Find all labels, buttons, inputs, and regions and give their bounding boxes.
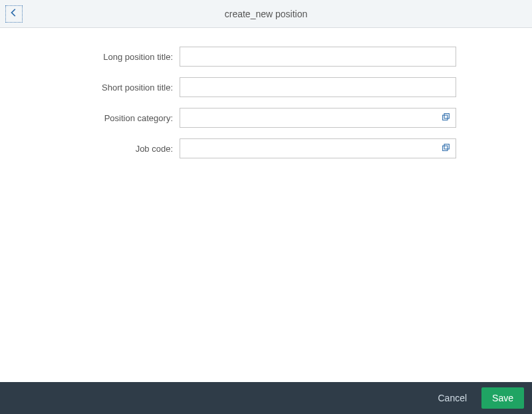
form-area: Long position title: Short position titl… [0, 28, 532, 158]
svg-rect-3 [444, 144, 449, 149]
svg-rect-0 [442, 115, 447, 120]
svg-rect-2 [442, 146, 447, 150]
short-position-title-input[interactable] [180, 77, 456, 97]
input-wrap [180, 108, 456, 128]
page-header: create_new position [0, 0, 532, 28]
form-row-short-position-title: Short position title: [0, 77, 532, 97]
short-position-title-label: Short position title: [0, 83, 180, 93]
long-position-title-input[interactable] [180, 47, 456, 67]
svg-rect-1 [444, 114, 449, 118]
long-position-title-label: Long position title: [0, 52, 180, 62]
job-code-value-help-button[interactable] [436, 139, 456, 158]
job-code-label: Job code: [0, 144, 180, 154]
value-help-icon [442, 112, 450, 123]
chevron-left-icon [9, 8, 19, 19]
form-row-position-category: Position category: [0, 108, 532, 128]
position-category-label: Position category: [0, 113, 180, 123]
input-wrap [180, 47, 456, 67]
value-help-icon [442, 143, 450, 154]
input-wrap [180, 138, 456, 158]
form-row-long-position-title: Long position title: [0, 47, 532, 67]
back-button[interactable] [5, 5, 23, 23]
position-category-value-help-button[interactable] [436, 108, 456, 127]
job-code-input[interactable] [180, 138, 456, 158]
form-row-job-code: Job code: [0, 138, 532, 158]
footer-bar: Cancel Save [0, 382, 532, 414]
page-title: create_new position [0, 9, 532, 19]
input-wrap [180, 77, 456, 97]
cancel-button[interactable]: Cancel [428, 387, 476, 409]
save-button[interactable]: Save [481, 387, 524, 409]
position-category-input[interactable] [180, 108, 456, 128]
